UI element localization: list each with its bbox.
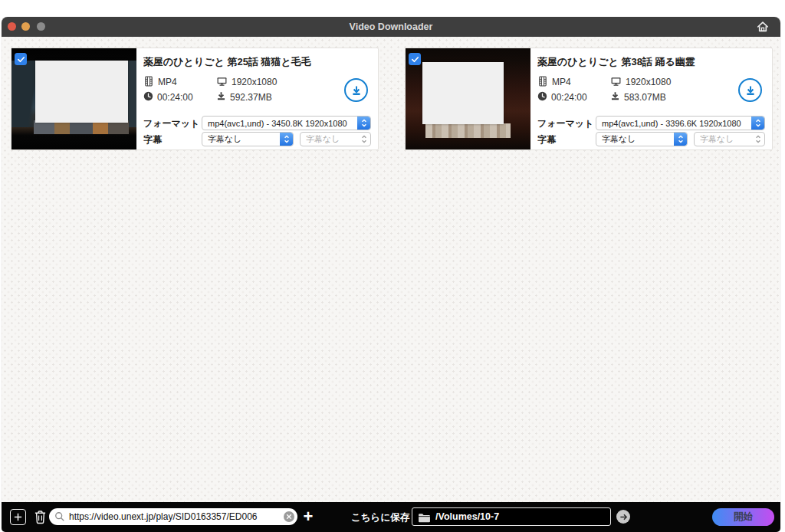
bottom-toolbar: + こちらに保存 開始 [2, 502, 780, 532]
clear-url-icon[interactable] [284, 511, 294, 522]
format-meta: MP4 [143, 76, 177, 88]
thumbnail-overlay [422, 62, 504, 124]
resolution-label: 1920x1080 [626, 77, 671, 87]
video-thumbnail [11, 48, 136, 149]
url-field-wrap [49, 508, 297, 525]
clock-icon [537, 91, 547, 103]
video-title: 薬屋のひとりごと 第38話 踊る幽霊 [537, 55, 764, 69]
display-icon [216, 76, 228, 89]
subtitle-select-value: 字幕なし [596, 133, 674, 145]
add-url-button[interactable]: + [301, 507, 315, 526]
subtitle-select[interactable]: 字幕なし [202, 132, 294, 146]
save-path-input[interactable] [435, 508, 607, 525]
film-icon [143, 76, 154, 89]
format-select-value: mp4(avc1,und) - 3396.6K 1920x1080 [596, 119, 751, 128]
clock-icon [143, 91, 153, 103]
home-icon[interactable] [756, 20, 770, 34]
app-window: Video Downloader 薬屋のひとりごと 第25話 猫猫と毛毛 MP4 [2, 17, 780, 532]
download-size-icon [610, 91, 620, 103]
select-checkbox[interactable] [15, 53, 27, 65]
subtitle-select-secondary-value: 字幕なし [301, 133, 357, 145]
duration-meta: 00:24:00 [537, 91, 587, 103]
filesize-meta: 592.37MB [216, 91, 272, 103]
stepper-icon [751, 133, 764, 146]
title-bar: Video Downloader [2, 17, 780, 37]
subtitle-select-value: 字幕なし [202, 133, 280, 145]
film-icon [537, 76, 548, 89]
container-label: MP4 [552, 77, 571, 87]
subtitle-select-secondary-value: 字幕なし [695, 133, 751, 145]
download-size-icon [216, 91, 226, 103]
format-row-label: フォーマット [537, 117, 593, 130]
browse-folder-icon[interactable] [616, 510, 630, 524]
video-thumbnail [406, 48, 530, 149]
format-select-value: mp4(avc1,und) - 3450.8K 1920x1080 [202, 119, 357, 128]
format-select[interactable]: mp4(avc1,und) - 3450.8K 1920x1080 [202, 116, 371, 130]
download-button[interactable] [344, 78, 368, 102]
filesize-meta: 583.07MB [610, 91, 666, 103]
start-button[interactable]: 開始 [712, 508, 774, 526]
url-input[interactable] [69, 508, 282, 525]
display-icon [610, 76, 622, 89]
duration-label: 00:24:00 [551, 92, 587, 103]
video-card: 薬屋のひとりごと 第25話 猫猫と毛毛 MP4 1920x1080 00:24:… [11, 48, 379, 150]
download-button[interactable] [738, 78, 762, 102]
thumbnail-overlay [35, 61, 128, 123]
save-to-label: こちらに保存 [351, 511, 409, 524]
resolution-label: 1920x1080 [232, 77, 277, 87]
video-title: 薬屋のひとりごと 第25話 猫猫と毛毛 [143, 55, 370, 69]
subtitle-row-label: 字幕 [537, 133, 556, 146]
filesize-label: 583.07MB [624, 92, 666, 103]
format-select[interactable]: mp4(avc1,und) - 3396.6K 1920x1080 [596, 116, 765, 130]
add-task-button[interactable] [10, 509, 26, 525]
duration-meta: 00:24:00 [143, 91, 193, 103]
trash-button[interactable] [32, 509, 48, 525]
window-title: Video Downloader [2, 17, 780, 37]
format-row-label: フォーマット [143, 117, 199, 130]
format-meta: MP4 [537, 76, 571, 88]
duration-label: 00:24:00 [157, 92, 193, 103]
stepper-icon [674, 133, 687, 146]
stepper-icon [280, 133, 293, 146]
resolution-meta: 1920x1080 [216, 76, 277, 88]
select-checkbox[interactable] [409, 53, 421, 65]
folder-icon [418, 512, 431, 526]
save-path-field-wrap [412, 507, 611, 526]
subtitle-select[interactable]: 字幕なし [596, 132, 688, 146]
stepper-icon [357, 117, 370, 130]
resolution-meta: 1920x1080 [610, 76, 671, 88]
subtitle-row-label: 字幕 [143, 133, 162, 146]
subtitle-select-secondary: 字幕なし [300, 132, 371, 146]
thumbnail-art [425, 123, 511, 139]
video-card: 薬屋のひとりごと 第38話 踊る幽霊 MP4 1920x1080 00:24:0… [405, 48, 773, 150]
stepper-icon [357, 133, 370, 146]
container-label: MP4 [158, 77, 177, 87]
download-list: 薬屋のひとりごと 第25話 猫猫と毛毛 MP4 1920x1080 00:24:… [2, 37, 780, 502]
subtitle-select-secondary: 字幕なし [694, 132, 765, 146]
stepper-icon [751, 117, 764, 130]
search-icon [54, 511, 65, 525]
filesize-label: 592.37MB [230, 92, 272, 103]
